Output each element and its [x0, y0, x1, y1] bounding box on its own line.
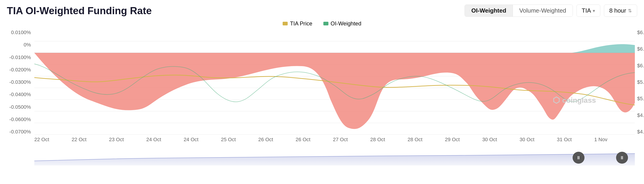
x-label-0: 22 Oct — [34, 137, 49, 142]
y-label-2: -0.0100% — [10, 54, 31, 60]
weighting-tab-group: OI-Weighted Volume-Weighted — [464, 4, 572, 17]
x-label-5: 25 Oct — [221, 137, 236, 142]
main-chart-svg — [34, 30, 635, 135]
tab-volume-weighted[interactable]: Volume-Weighted — [513, 5, 572, 16]
x-label-2: 23 Oct — [109, 137, 124, 142]
legend-oi-color — [323, 22, 328, 26]
y-axis-left: 0.0100% 0% -0.0100% -0.0200% -0.0300% -0… — [7, 30, 33, 135]
x-label-7: 26 Oct — [296, 137, 310, 142]
controls-group: OI-Weighted Volume-Weighted TIA ▾ 8 hour… — [464, 4, 637, 17]
x-label-6: 26 Oct — [258, 137, 273, 142]
x-label-4: 24 Oct — [184, 137, 198, 142]
y-right-label-6: $4.16 — [637, 129, 644, 135]
legend-tia-color — [283, 22, 288, 26]
y-label-1: 0% — [24, 42, 31, 48]
watermark-text: coinglass — [562, 96, 596, 104]
x-label-14: 31 Oct — [557, 137, 572, 142]
mini-chart: ⏸ ⏸ — [34, 145, 635, 166]
y-label-8: -0.0700% — [10, 129, 31, 135]
y-label-0: 0.0100% — [11, 30, 31, 36]
mini-chart-svg — [34, 145, 635, 166]
tab-oi-weighted[interactable]: OI-Weighted — [465, 5, 513, 16]
y-right-label-4: $5.00 — [637, 96, 644, 102]
chart-area: 0.0100% 0% -0.0100% -0.0200% -0.0300% -0… — [7, 30, 637, 158]
y-right-label-5: $4.50 — [637, 112, 644, 118]
y-label-7: -0.0600% — [10, 116, 31, 122]
legend-oi-label: OI-Weighted — [331, 20, 361, 27]
y-label-5: -0.0400% — [10, 92, 31, 98]
pause-button-right[interactable]: ⏸ — [616, 152, 628, 164]
y-axis-right: $6.74 $6.50 $6.00 $5.50 $5.00 $4.50 $4.1… — [635, 30, 644, 135]
y-label-6: -0.0500% — [10, 104, 31, 110]
watermark-icon: ⬡ — [553, 96, 560, 105]
y-right-label-0: $6.74 — [637, 30, 644, 36]
x-label-9: 28 Oct — [370, 137, 385, 142]
y-label-4: -0.0300% — [10, 79, 31, 85]
x-label-10: 28 Oct — [408, 137, 422, 142]
pause-button-left[interactable]: ⏸ — [572, 152, 584, 164]
legend-oi-weighted: OI-Weighted — [323, 20, 361, 27]
chart-legend: TIA Price OI-Weighted — [7, 20, 637, 27]
x-label-15: 1 Nov — [594, 137, 607, 142]
main-chart-wrapper: $6.74 $6.50 $6.00 $5.50 $5.00 $4.50 $4.1… — [34, 30, 635, 135]
y-right-label-1: $6.50 — [637, 46, 644, 52]
asset-dropdown[interactable]: TIA ▾ — [576, 4, 600, 17]
page-header: TIA OI-Weighted Funding Rate OI-Weighted… — [7, 4, 637, 17]
y-right-label-3: $5.50 — [637, 79, 644, 85]
x-label-8: 27 Oct — [333, 137, 348, 142]
interval-dropdown[interactable]: 8 hour ⇅ — [604, 4, 637, 17]
y-right-label-2: $6.00 — [637, 63, 644, 69]
watermark: ⬡ coinglass — [553, 96, 596, 105]
x-label-12: 30 Oct — [482, 137, 497, 142]
x-label-11: 29 Oct — [445, 137, 460, 142]
x-label-3: 24 Oct — [146, 137, 161, 142]
x-label-13: 30 Oct — [520, 137, 534, 142]
legend-tia-price: TIA Price — [283, 20, 312, 27]
y-label-3: -0.0200% — [10, 67, 31, 73]
dropdown-arrow-icon: ▾ — [593, 8, 595, 14]
page-title: TIA OI-Weighted Funding Rate — [7, 5, 152, 16]
legend-tia-label: TIA Price — [290, 20, 312, 27]
x-label-1: 22 Oct — [72, 137, 86, 142]
x-axis: 22 Oct 22 Oct 23 Oct 24 Oct 24 Oct 25 Oc… — [7, 135, 608, 142]
interval-arrow-icon: ⇅ — [628, 8, 632, 14]
